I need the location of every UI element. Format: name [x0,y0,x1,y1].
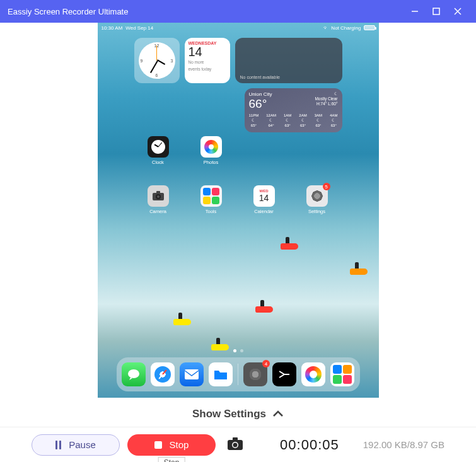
pause-icon [55,441,61,449]
titlebar: Eassiy Screen Recorder Ultimate [0,0,476,23]
clock-face: 12 3 6 9 [139,42,175,79]
dock-photos[interactable] [301,362,325,386]
clock-widget[interactable]: 12 3 6 9 [134,38,180,83]
ipad-screen: 10:30 AM Wed Sep 14 ᯤ Not Charging 12 3 … [98,23,379,398]
camera-icon [148,185,169,207]
app-camera[interactable]: Camera [146,185,171,214]
dock: 4 [117,357,360,391]
svg-point-6 [157,195,160,198]
close-button[interactable] [447,0,468,23]
dock-safari[interactable] [151,362,175,386]
svg-rect-1 [433,8,439,14]
weather-hilo: H:74° L:60° [315,101,337,107]
svg-rect-9 [185,369,199,379]
preview-viewport: 10:30 AM Wed Sep 14 ᯤ Not Charging 12 3 … [0,23,476,398]
tools-folder-icon [200,185,222,207]
weather-hours: 11PM☾65° 12AM☾64° 1AM☾63° 2AM☾63° 3AM☾63… [249,113,338,127]
status-bar: 10:30 AM Wed Sep 14 ᯤ Not Charging [98,23,379,33]
pause-button[interactable]: Pause [32,434,120,456]
app-photos[interactable]: Photos [199,136,224,165]
battery-icon [364,25,375,30]
empty-widget[interactable]: No content available [235,38,342,83]
chevron-up-icon [272,410,284,418]
stop-label: Stop [170,439,189,450]
minimize-button[interactable] [404,0,426,23]
app-title: Eassiy Screen Recorder Ultimate [8,7,128,16]
show-settings-toggle[interactable]: Show Settings [0,398,476,427]
dock-files[interactable] [209,362,233,386]
stop-tooltip: Stop [158,457,185,463]
app-row-1: Clock Photos [98,132,379,165]
status-date: Wed Sep 14 [125,25,153,31]
calendar-icon: WED14 [253,185,275,207]
control-bar: Pause Stop Stop 00:00:05 192.00 KB/8.97 … [0,427,476,462]
calendar-day: 14 [189,45,226,58]
camera-icon [227,437,243,451]
pause-label: Pause [69,439,96,450]
show-settings-label: Show Settings [192,408,266,420]
svg-rect-13 [233,437,238,441]
svg-point-12 [233,442,238,447]
dock-divider [238,364,238,385]
svg-point-8 [128,369,139,378]
weather-city: Union City [249,91,272,97]
weather-desc: Mostly Clear [315,96,337,101]
app-settings[interactable]: 5 Settings [305,185,330,214]
calendar-note2: events today [189,67,226,72]
dock-settings-badge: 4 [262,360,270,367]
stop-button[interactable]: Stop Stop [127,434,216,456]
status-time: 10:30 AM [102,25,123,31]
stop-icon [154,441,162,449]
dock-settings[interactable]: 4 [243,362,267,386]
dock-terminal[interactable] [272,362,296,386]
weather-temp: 66° [249,97,272,111]
wifi-icon: ᯤ [323,25,328,31]
app-row-2: Camera Tools WED14 Calendar 5 Settings [98,182,379,214]
weather-widget[interactable]: Union City 66° ☾ Mostly Clear H:74° L:60… [245,88,342,132]
charge-label: Not Charging [331,25,361,31]
app-tools[interactable]: Tools [199,185,224,214]
moon-icon: ☾ [315,91,337,96]
calendar-widget[interactable]: WEDNESDAY 14 No more events today [185,38,230,83]
recording-timer: 00:00:05 [280,437,339,453]
page-indicator[interactable] [233,349,243,352]
dock-widgets[interactable] [330,362,354,386]
screenshot-button[interactable] [227,437,243,453]
file-size: 192.00 KB/8.97 GB [363,439,444,450]
safari-icon [154,366,171,383]
calendar-note1: No more [189,60,226,65]
dock-mail[interactable] [180,362,204,386]
app-calendar[interactable]: WED14 Calendar [252,185,277,214]
settings-icon: 5 [306,185,328,207]
clock-icon [148,136,169,158]
maximize-button[interactable] [426,0,447,23]
wallpaper-surfers [98,212,379,347]
photos-icon [200,136,222,158]
settings-badge: 5 [323,183,330,190]
dock-messages[interactable] [122,362,146,386]
empty-widget-text: No content available [240,75,280,79]
svg-rect-7 [156,191,160,193]
app-clock[interactable]: Clock [146,136,171,165]
